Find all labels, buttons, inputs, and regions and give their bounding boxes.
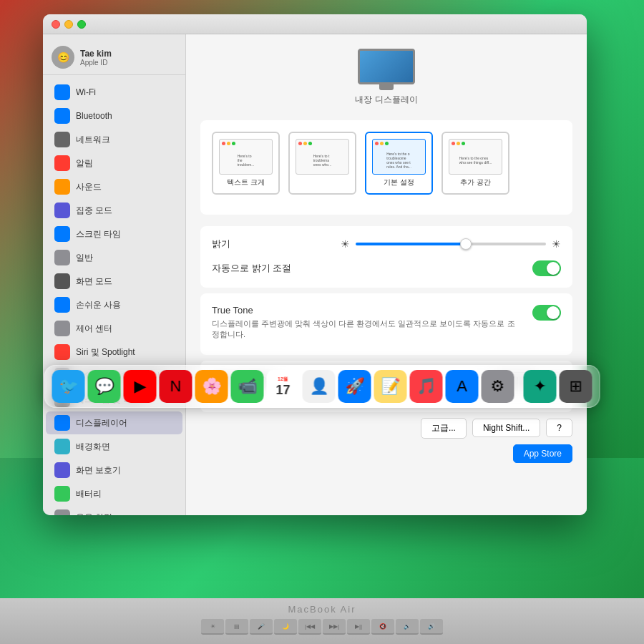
resolution-option-extra-space[interactable]: Here's to the ones who see things diff..… — [441, 132, 509, 195]
key-f5[interactable]: 🌙 — [274, 619, 297, 635]
sidebar-label-siri: Siri 및 Spotlight — [76, 346, 135, 358]
macbook-frame: MacBook Air ☀ ▤ 🎤 🌙 |◀◀ ▶▶| ▶|| 🔇 🔉 🔊 — [0, 501, 644, 644]
sidebar-icon-displaymode — [54, 273, 70, 289]
dock-item-calendar[interactable]: 12월17 — [267, 370, 300, 403]
advanced-button[interactable]: 고급... — [421, 418, 467, 439]
sidebar-items: Wi-FiBluetooth네트워크알림사운드집중 모드스크린 타임일반화면 모… — [43, 81, 185, 515]
dock-item-messages[interactable]: 💬 — [88, 370, 121, 403]
resolution-option-default2[interactable]: Here's to t troublema ones who... — [288, 132, 356, 195]
sidebar-item-displays[interactable]: 디스플레이어 — [46, 411, 182, 434]
sidebar-icon-displays — [54, 415, 70, 431]
sidebar-icon-wifi — [54, 84, 70, 100]
sidebar-item-bluetooth[interactable]: Bluetooth — [46, 104, 182, 127]
sidebar-item-notifications[interactable]: 알림 — [46, 152, 182, 175]
sidebar-item-wifi[interactable]: Wi-Fi — [46, 81, 182, 104]
display-preview: 내장 디스플레이 — [200, 49, 572, 106]
sidebar-icon-wallpaper — [54, 439, 70, 454]
dock-item-chatgpt[interactable]: ✦ — [524, 370, 557, 403]
dock-item-facetime[interactable]: 📹 — [231, 370, 264, 403]
sidebar-item-sound[interactable]: 사운드 — [46, 175, 182, 198]
sidebar-icon-screensaver — [54, 462, 70, 478]
sidebar-item-focus[interactable]: 집중 모드 — [46, 199, 182, 222]
key-f3[interactable]: ▤ — [225, 619, 248, 635]
sidebar: 😊 Tae kim Apple ID Wi-FiBluetooth네트워크알림사… — [43, 34, 186, 515]
night-shift-button[interactable]: Night Shift... — [472, 419, 540, 437]
maximize-button[interactable] — [77, 20, 86, 29]
sidebar-label-accessibility: 손쉬운 사용 — [76, 299, 121, 311]
dock-item-sysprefs[interactable]: ⚙ — [482, 370, 514, 403]
sidebar-item-accessibility[interactable]: 손쉬운 사용 — [46, 293, 182, 316]
sidebar-item-screentime[interactable]: 스크린 타임 — [46, 223, 182, 245]
minimize-button[interactable] — [64, 20, 73, 29]
macbook-label: MacBook Air — [288, 604, 356, 615]
brightness-low-icon: ☀ — [341, 238, 350, 250]
sidebar-label-screensaver: 화면 보호기 — [76, 464, 121, 477]
dock-divider — [519, 377, 519, 403]
macbook-base: MacBook Air ☀ ▤ 🎤 🌙 |◀◀ ▶▶| ▶|| 🔇 🔉 🔊 — [0, 598, 644, 644]
key-f7[interactable]: ▶▶| — [323, 619, 346, 635]
key-f11[interactable]: 🔊 — [420, 619, 443, 635]
resolution-options: Here's to the troublem...텍스트 크게Here's to… — [212, 132, 561, 195]
true-tone-section: True Tone 디스플레이를 주변광에 맞춰 색상이 다른 환경에서도 일관… — [200, 293, 572, 355]
sidebar-item-control[interactable]: 제어 센터 — [46, 317, 182, 340]
resolution-option-default[interactable]: Here's to the o troublesome ones who see… — [365, 132, 433, 195]
sidebar-item-screensaver[interactable]: 화면 보호기 — [46, 459, 182, 482]
auto-brightness-toggle[interactable] — [532, 260, 561, 276]
key-f2[interactable]: ☀ — [201, 619, 224, 635]
key-f6[interactable]: |◀◀ — [298, 619, 321, 635]
sidebar-label-displays: 디스플레이어 — [76, 417, 127, 429]
sidebar-item-siri[interactable]: Siri 및 Spotlight — [46, 341, 182, 364]
sidebar-icon-notifications — [54, 155, 70, 171]
dock-item-youtube[interactable]: ▶ — [124, 370, 157, 403]
sidebar-icon-siri — [54, 344, 70, 360]
sidebar-label-control: 제어 센터 — [76, 323, 112, 335]
monitor-screen — [358, 49, 415, 84]
key-f4[interactable]: 🎤 — [250, 619, 273, 635]
true-tone-toggle[interactable] — [532, 305, 561, 321]
dock-item-netflix[interactable]: N — [160, 370, 192, 403]
true-tone-toggle-knob — [547, 306, 560, 319]
sidebar-icon-battery — [54, 486, 70, 502]
brightness-label: 밝기 — [212, 238, 341, 250]
close-button[interactable] — [52, 20, 60, 29]
sidebar-label-battery: 배터리 — [76, 488, 102, 500]
dock-item-grid[interactable]: ⊞ — [560, 370, 592, 403]
app-store-button[interactable]: App Store — [513, 444, 572, 463]
brightness-high-icon: ☀ — [552, 238, 561, 250]
brightness-slider[interactable] — [356, 243, 546, 245]
monitor-stand — [379, 84, 394, 90]
window-body: 😊 Tae kim Apple ID Wi-FiBluetooth네트워크알림사… — [43, 34, 587, 515]
dock-item-appstore[interactable]: A — [446, 370, 479, 403]
dock-item-photos[interactable]: 🌸 — [195, 370, 228, 403]
bottom-buttons: 고급... Night Shift... ? — [200, 418, 572, 439]
auto-brightness-row: 자동으로 밝기 조절 — [212, 260, 561, 276]
dock-item-notes[interactable]: 📝 — [374, 370, 407, 403]
dock-item-music[interactable]: 🎵 — [410, 370, 443, 403]
dock-item-contacts[interactable]: 👤 — [303, 370, 336, 403]
traffic-lights — [52, 20, 86, 29]
key-f9[interactable]: 🔇 — [371, 619, 394, 635]
user-name: Tae kim — [80, 49, 112, 59]
dock-item-twitterific[interactable]: 🐦 — [52, 370, 85, 403]
help-button[interactable]: ? — [546, 419, 572, 437]
sidebar-label-sound: 사운드 — [76, 181, 102, 193]
dock: 🐦💬▶N🌸📹12월17👤🚀📝🎵A⚙✦⊞ — [44, 365, 600, 408]
auto-brightness-label: 자동으로 밝기 조절 — [212, 262, 341, 275]
key-f8[interactable]: ▶|| — [347, 619, 370, 635]
resolution-option-text-large[interactable]: Here's to the troublem...텍스트 크게 — [212, 132, 280, 195]
title-bar — [43, 14, 587, 34]
brightness-section: 밝기 ☀ ☀ 자동으로 밝기 조절 — [200, 226, 572, 288]
sidebar-item-displaymode[interactable]: 화면 모드 — [46, 270, 182, 293]
sidebar-label-wifi: Wi-Fi — [76, 87, 96, 97]
key-f10[interactable]: 🔉 — [396, 619, 419, 635]
dock-item-launchpad[interactable]: 🚀 — [338, 370, 371, 403]
sidebar-user[interactable]: 😊 Tae kim Apple ID — [43, 40, 185, 75]
sidebar-icon-bluetooth — [54, 108, 70, 124]
sidebar-item-network[interactable]: 네트워크 — [46, 128, 182, 151]
sidebar-icon-accessibility — [54, 297, 70, 313]
true-tone-title: True Tone — [212, 305, 524, 316]
sidebar-item-general[interactable]: 일반 — [46, 246, 182, 269]
sidebar-item-wallpaper[interactable]: 배경화면 — [46, 435, 182, 458]
sidebar-icon-screentime — [54, 226, 70, 242]
sidebar-label-displaymode: 화면 모드 — [76, 275, 112, 288]
